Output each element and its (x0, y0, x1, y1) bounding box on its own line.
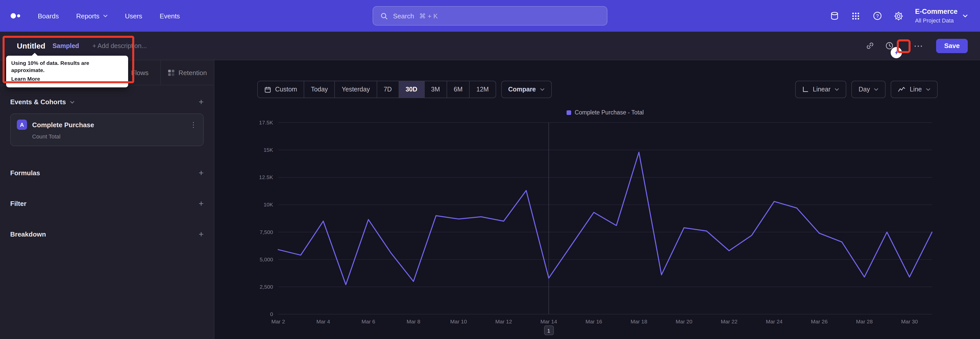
x-axis-label: Mar 18 (631, 318, 647, 325)
lightning-bolt-icon (894, 50, 899, 56)
nav-boards[interactable]: Boards (38, 12, 59, 20)
add-breakdown-button[interactable]: + (199, 230, 204, 238)
x-axis-label: Mar 12 (495, 318, 512, 325)
save-button[interactable]: Save (936, 38, 968, 53)
x-axis-label: Mar 6 (362, 318, 375, 325)
app-root: Boards Reports Users Events Search ⌘ + K… (0, 0, 980, 339)
report-title[interactable]: Untitled (17, 42, 45, 50)
add-formula-button[interactable]: + (199, 169, 204, 177)
copy-link-icon[interactable] (865, 41, 875, 51)
event-card[interactable]: A Complete Purchase ⋮ Count Total (10, 114, 204, 146)
chart-legend: Complete Purchase - Total (278, 109, 932, 115)
help-icon[interactable]: ? (872, 11, 882, 21)
add-filter-button[interactable]: + (199, 199, 204, 208)
chevron-down-icon (103, 14, 107, 18)
x-axis-label: Mar 16 (585, 318, 602, 325)
event-name[interactable]: Complete Purchase (32, 121, 94, 128)
y-axis-label: 2,500 (259, 284, 273, 290)
chart-type-dropdown[interactable]: Line (891, 81, 938, 98)
line-chart-icon (898, 86, 906, 92)
range-today[interactable]: Today (304, 81, 335, 98)
project-name: E-Commerce (915, 8, 958, 16)
pagination-badge[interactable]: 1 (544, 325, 554, 335)
mixpanel-logo-icon[interactable] (10, 12, 24, 19)
range-7d[interactable]: 7D (376, 81, 399, 98)
range-custom[interactable]: Custom (257, 81, 304, 98)
nav-users[interactable]: Users (125, 12, 142, 20)
x-axis-label: Mar 8 (407, 318, 420, 325)
report-header: Untitled Sampled + Add description... ⋯ … (0, 32, 980, 60)
filter-section: Filter + (10, 199, 204, 208)
chart-controls: Custom Today Yesterday 7D 30D 3M 6M 12M … (257, 81, 938, 98)
search-shortcut: ⌘ + K (419, 12, 438, 20)
nav-events[interactable]: Events (159, 12, 180, 20)
insights-line-chart[interactable]: 02,5005,0007,50010K12.5K15K17.5KMar 2Mar… (255, 118, 944, 337)
granularity-dropdown[interactable]: Day (851, 81, 886, 98)
y-axis-label: 0 (270, 311, 273, 317)
y-axis-label: 17.5K (259, 120, 273, 125)
chevron-down-icon (540, 88, 545, 91)
range-30d[interactable]: 30D (398, 81, 425, 98)
sidebar-body: Events & Cohorts + A Complete Purchase ⋮… (0, 98, 214, 238)
x-axis-label: Mar 30 (901, 318, 918, 325)
sampled-badge[interactable]: Sampled (52, 42, 79, 49)
content-area: Insights Funnels Flows (0, 60, 980, 339)
series-letter-badge: A (17, 120, 27, 130)
apps-grid-icon[interactable] (851, 11, 861, 21)
y-axis-label: 10K (264, 201, 273, 208)
x-axis-label: Mar 20 (676, 318, 692, 325)
compare-dropdown[interactable]: Compare (501, 81, 552, 98)
chevron-down-icon (835, 88, 839, 91)
x-axis-label: Mar 14 (540, 318, 557, 325)
calendar-icon (264, 86, 271, 93)
project-subtitle: All Project Data (915, 17, 958, 24)
search-placeholder: Search (393, 12, 414, 20)
range-3m[interactable]: 3M (424, 81, 447, 98)
y-axis-label: 5,000 (259, 256, 273, 262)
nav-reports[interactable]: Reports (76, 12, 107, 20)
x-axis-label: Mar 4 (317, 318, 330, 325)
query-sidebar: Insights Funnels Flows (0, 60, 215, 339)
range-6m[interactable]: 6M (447, 81, 470, 98)
y-axis-label: 12.5K (259, 174, 273, 180)
chevron-down-icon (874, 88, 879, 91)
x-axis-label: Mar 2 (271, 318, 285, 325)
retention-icon (168, 69, 174, 76)
chart-panel: Custom Today Yesterday 7D 30D 3M 6M 12M … (215, 60, 980, 339)
events-cohorts-header[interactable]: Events & Cohorts + (10, 98, 204, 106)
x-axis-label: Mar 10 (450, 318, 467, 325)
top-nav: Boards Reports Users Events Search ⌘ + K… (0, 0, 980, 32)
tab-retention[interactable]: Retention (160, 60, 214, 85)
search-icon (380, 12, 388, 20)
formulas-section: Formulas + (10, 169, 204, 177)
chevron-down-icon (926, 88, 931, 91)
svg-text:?: ? (876, 13, 879, 19)
breakdown-section: Breakdown + (10, 230, 204, 238)
search-input[interactable]: Search ⌘ + K (372, 6, 608, 26)
project-switcher[interactable]: E-Commerce All Project Data (915, 8, 968, 24)
event-metric[interactable]: Count Total (32, 133, 197, 139)
scale-dropdown[interactable]: Linear (795, 81, 846, 98)
more-options-icon[interactable]: ⋯ (913, 41, 924, 50)
add-description-field[interactable]: + Add description... (92, 42, 147, 49)
legend-label: Complete Purchase - Total (575, 109, 644, 115)
linear-axis-icon (803, 86, 809, 93)
report-actions: ⋯ Save (865, 38, 968, 53)
date-range-segmented: Custom Today Yesterday 7D 30D 3M 6M 12M (257, 81, 496, 98)
y-axis-label: 7,500 (259, 229, 273, 235)
event-options-icon[interactable]: ⋮ (190, 121, 197, 128)
settings-gear-icon[interactable] (894, 11, 904, 21)
toggle-knob (891, 47, 902, 58)
range-12m[interactable]: 12M (469, 81, 496, 98)
data-management-icon[interactable] (829, 11, 839, 21)
x-axis-label: Mar 26 (811, 318, 828, 325)
range-yesterday[interactable]: Yesterday (334, 81, 377, 98)
tooltip-text: Using 10% of data. Results are approxima… (11, 59, 123, 74)
x-axis-label: Mar 22 (721, 318, 737, 325)
chart-display-controls: Linear Day Line (795, 81, 938, 98)
chevron-down-icon (963, 14, 968, 18)
x-axis-label: Mar 24 (766, 318, 783, 325)
add-event-button[interactable]: + (199, 98, 204, 106)
learn-more-link[interactable]: Learn More (11, 75, 40, 83)
sampling-tooltip: Using 10% of data. Results are approxima… (6, 56, 128, 87)
